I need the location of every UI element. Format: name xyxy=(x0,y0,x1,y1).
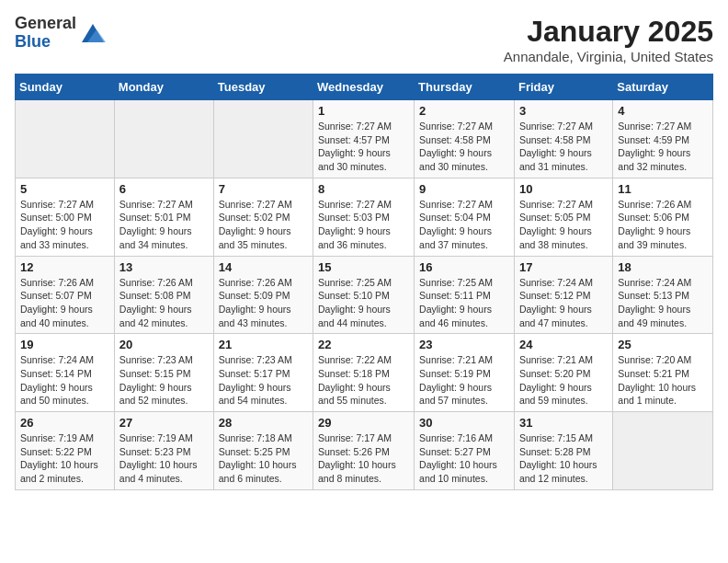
day-info: Sunrise: 7:27 AM Sunset: 5:03 PM Dayligh… xyxy=(318,198,409,252)
page-header: General Blue January 2025 Annandale, Vir… xyxy=(15,15,713,64)
day-info: Sunrise: 7:25 AM Sunset: 5:10 PM Dayligh… xyxy=(318,276,409,330)
logo: General Blue xyxy=(15,15,106,52)
calendar-cell: 15Sunrise: 7:25 AM Sunset: 5:10 PM Dayli… xyxy=(313,256,415,334)
day-number: 12 xyxy=(20,260,109,274)
calendar-cell xyxy=(114,100,213,178)
calendar-cell: 19Sunrise: 7:24 AM Sunset: 5:14 PM Dayli… xyxy=(16,334,115,412)
day-info: Sunrise: 7:27 AM Sunset: 4:58 PM Dayligh… xyxy=(419,120,509,174)
day-number: 20 xyxy=(119,338,209,351)
calendar-cell: 31Sunrise: 7:15 AM Sunset: 5:28 PM Dayli… xyxy=(514,412,612,490)
day-info: Sunrise: 7:27 AM Sunset: 4:57 PM Dayligh… xyxy=(318,120,409,174)
day-number: 13 xyxy=(119,260,209,274)
day-info: Sunrise: 7:26 AM Sunset: 5:08 PM Dayligh… xyxy=(119,276,209,330)
day-number: 23 xyxy=(419,338,509,351)
weekday-header: Saturday xyxy=(613,75,713,100)
day-number: 22 xyxy=(318,338,409,351)
day-number: 6 xyxy=(119,182,209,196)
weekday-header: Sunday xyxy=(16,75,115,100)
day-info: Sunrise: 7:20 AM Sunset: 5:21 PM Dayligh… xyxy=(618,353,708,408)
title-block: January 2025 Annandale, Virginia, United… xyxy=(504,15,713,64)
day-number: 27 xyxy=(119,416,209,430)
calendar-cell: 17Sunrise: 7:24 AM Sunset: 5:12 PM Dayli… xyxy=(514,256,612,334)
day-info: Sunrise: 7:21 AM Sunset: 5:20 PM Dayligh… xyxy=(519,353,608,408)
weekday-header: Monday xyxy=(114,75,213,100)
day-number: 2 xyxy=(419,104,509,118)
calendar-cell: 23Sunrise: 7:21 AM Sunset: 5:19 PM Dayli… xyxy=(415,334,515,412)
calendar-week-row: 19Sunrise: 7:24 AM Sunset: 5:14 PM Dayli… xyxy=(16,334,713,412)
day-number: 25 xyxy=(618,338,708,351)
calendar-cell xyxy=(16,100,115,178)
weekday-header: Friday xyxy=(514,75,612,100)
day-info: Sunrise: 7:24 AM Sunset: 5:13 PM Dayligh… xyxy=(618,276,708,330)
calendar-cell: 8Sunrise: 7:27 AM Sunset: 5:03 PM Daylig… xyxy=(313,178,415,256)
calendar-cell: 14Sunrise: 7:26 AM Sunset: 5:09 PM Dayli… xyxy=(213,256,313,334)
day-info: Sunrise: 7:27 AM Sunset: 5:00 PM Dayligh… xyxy=(20,198,109,252)
calendar-cell: 30Sunrise: 7:16 AM Sunset: 5:27 PM Dayli… xyxy=(415,412,515,490)
logo-icon xyxy=(80,20,106,46)
day-info: Sunrise: 7:22 AM Sunset: 5:18 PM Dayligh… xyxy=(318,353,409,408)
calendar-cell: 22Sunrise: 7:22 AM Sunset: 5:18 PM Dayli… xyxy=(313,334,415,412)
day-number: 24 xyxy=(519,338,608,351)
calendar-cell: 6Sunrise: 7:27 AM Sunset: 5:01 PM Daylig… xyxy=(114,178,213,256)
calendar-cell: 16Sunrise: 7:25 AM Sunset: 5:11 PM Dayli… xyxy=(415,256,515,334)
calendar-cell xyxy=(613,412,713,490)
day-number: 8 xyxy=(318,182,409,196)
day-number: 21 xyxy=(219,338,308,351)
day-number: 5 xyxy=(20,182,109,196)
calendar-cell: 28Sunrise: 7:18 AM Sunset: 5:25 PM Dayli… xyxy=(213,412,313,490)
weekday-header: Wednesday xyxy=(313,75,415,100)
calendar-cell: 20Sunrise: 7:23 AM Sunset: 5:15 PM Dayli… xyxy=(114,334,213,412)
calendar-cell: 25Sunrise: 7:20 AM Sunset: 5:21 PM Dayli… xyxy=(613,334,713,412)
calendar-cell: 4Sunrise: 7:27 AM Sunset: 4:59 PM Daylig… xyxy=(613,100,713,178)
day-info: Sunrise: 7:19 AM Sunset: 5:23 PM Dayligh… xyxy=(119,431,209,486)
day-number: 15 xyxy=(318,260,409,274)
day-number: 31 xyxy=(519,416,608,430)
day-info: Sunrise: 7:21 AM Sunset: 5:19 PM Dayligh… xyxy=(419,353,509,408)
logo-text: General Blue xyxy=(15,15,76,52)
calendar-cell: 7Sunrise: 7:27 AM Sunset: 5:02 PM Daylig… xyxy=(213,178,313,256)
day-number: 17 xyxy=(519,260,608,274)
calendar-cell xyxy=(213,100,313,178)
calendar-cell: 11Sunrise: 7:26 AM Sunset: 5:06 PM Dayli… xyxy=(613,178,713,256)
calendar-cell: 24Sunrise: 7:21 AM Sunset: 5:20 PM Dayli… xyxy=(514,334,612,412)
day-info: Sunrise: 7:27 AM Sunset: 5:05 PM Dayligh… xyxy=(519,198,608,252)
calendar-cell: 27Sunrise: 7:19 AM Sunset: 5:23 PM Dayli… xyxy=(114,412,213,490)
day-info: Sunrise: 7:27 AM Sunset: 5:01 PM Dayligh… xyxy=(119,198,209,252)
calendar-cell: 29Sunrise: 7:17 AM Sunset: 5:26 PM Dayli… xyxy=(313,412,415,490)
day-info: Sunrise: 7:15 AM Sunset: 5:28 PM Dayligh… xyxy=(519,431,608,486)
day-info: Sunrise: 7:24 AM Sunset: 5:12 PM Dayligh… xyxy=(519,276,608,330)
day-number: 1 xyxy=(318,104,409,118)
day-number: 18 xyxy=(618,260,708,274)
day-number: 11 xyxy=(618,182,708,196)
calendar-week-row: 5Sunrise: 7:27 AM Sunset: 5:00 PM Daylig… xyxy=(16,178,713,256)
day-number: 4 xyxy=(618,104,708,118)
calendar-cell: 10Sunrise: 7:27 AM Sunset: 5:05 PM Dayli… xyxy=(514,178,612,256)
day-number: 29 xyxy=(318,416,409,430)
day-info: Sunrise: 7:27 AM Sunset: 4:59 PM Dayligh… xyxy=(618,120,708,174)
calendar-cell: 26Sunrise: 7:19 AM Sunset: 5:22 PM Dayli… xyxy=(16,412,115,490)
weekday-header: Tuesday xyxy=(213,75,313,100)
calendar-week-row: 1Sunrise: 7:27 AM Sunset: 4:57 PM Daylig… xyxy=(16,100,713,178)
day-info: Sunrise: 7:27 AM Sunset: 4:58 PM Dayligh… xyxy=(519,120,608,174)
calendar-table: SundayMondayTuesdayWednesdayThursdayFrid… xyxy=(15,74,713,490)
calendar-cell: 18Sunrise: 7:24 AM Sunset: 5:13 PM Dayli… xyxy=(613,256,713,334)
day-number: 16 xyxy=(419,260,509,274)
day-info: Sunrise: 7:23 AM Sunset: 5:17 PM Dayligh… xyxy=(219,353,308,408)
calendar-cell: 9Sunrise: 7:27 AM Sunset: 5:04 PM Daylig… xyxy=(415,178,515,256)
day-number: 10 xyxy=(519,182,608,196)
day-info: Sunrise: 7:24 AM Sunset: 5:14 PM Dayligh… xyxy=(20,353,109,408)
weekday-header: Thursday xyxy=(415,75,515,100)
calendar-week-row: 12Sunrise: 7:26 AM Sunset: 5:07 PM Dayli… xyxy=(16,256,713,334)
day-info: Sunrise: 7:26 AM Sunset: 5:07 PM Dayligh… xyxy=(20,276,109,330)
day-number: 26 xyxy=(20,416,109,430)
day-info: Sunrise: 7:27 AM Sunset: 5:02 PM Dayligh… xyxy=(219,198,308,252)
calendar-cell: 13Sunrise: 7:26 AM Sunset: 5:08 PM Dayli… xyxy=(114,256,213,334)
calendar-cell: 1Sunrise: 7:27 AM Sunset: 4:57 PM Daylig… xyxy=(313,100,415,178)
weekday-header-row: SundayMondayTuesdayWednesdayThursdayFrid… xyxy=(16,75,713,100)
logo-blue: Blue xyxy=(15,33,76,52)
day-number: 14 xyxy=(219,260,308,274)
day-info: Sunrise: 7:25 AM Sunset: 5:11 PM Dayligh… xyxy=(419,276,509,330)
day-info: Sunrise: 7:26 AM Sunset: 5:06 PM Dayligh… xyxy=(618,198,708,252)
calendar-cell: 12Sunrise: 7:26 AM Sunset: 5:07 PM Dayli… xyxy=(16,256,115,334)
day-info: Sunrise: 7:19 AM Sunset: 5:22 PM Dayligh… xyxy=(20,431,109,486)
